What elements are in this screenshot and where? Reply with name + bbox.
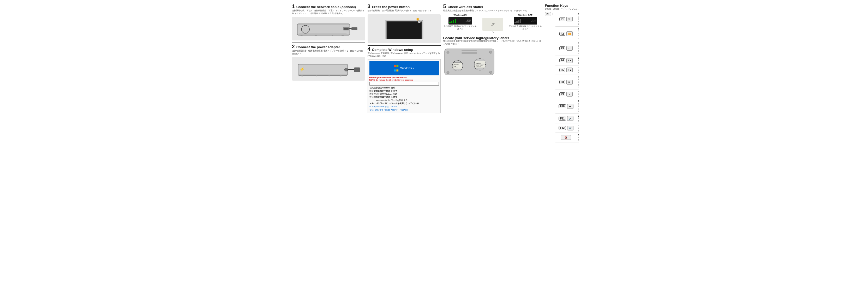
fn-f4-row: F4 ☀▼ Decrease brightness 降低亮度 | 降低亮度輝度を… [555, 56, 579, 65]
network-cable-diagram [296, 18, 361, 39]
step3-sub: 按下电源按钮 | 按下電源控鈕 電源ボタンを押す | 전원 버튼 누릅니다 [368, 9, 441, 12]
mute-title: Mute audio [578, 133, 579, 136]
fn-keys-container: Fn + F1 ☐→ Switch to external display 切换… [545, 12, 579, 143]
fn-mute-row: 🔇 Mute audio 静音 | 靜音音声をミュートにする | 오디오 음소거 [555, 133, 579, 143]
bar2 [451, 21, 453, 23]
fn-f9-desc: Play/Pause 播放/暂停 | 播放/暫停再生/一時停止 | 재생/일시 … [576, 90, 579, 98]
step1-device-image [292, 17, 365, 40]
power-button-diagram: ☝ [371, 18, 437, 39]
step1-sub: 连接网络电缆（可选）| 連接網路纜線（可選） ネットワークケーブルを接続する（オ… [292, 9, 365, 15]
volume-up-icon: 🔊 [567, 126, 574, 130]
svg-point-44 [447, 51, 449, 54]
fn-f10-row: F10 ⏭ Play next track or chapter 播放下一首轨或… [555, 99, 579, 114]
fn-f12-desc: Increase volume level 提高音量 | 調高音量音量レベルを上… [576, 124, 579, 132]
svg-rect-25 [386, 21, 422, 39]
f11-badge: F11 [559, 117, 566, 121]
f4-title: Decrease brightness [578, 57, 579, 59]
svg-rect-32 [462, 53, 477, 54]
svg-text:Regulatory: Regulatory [475, 63, 482, 64]
bar4-off [520, 19, 521, 23]
fn-f9-row: F9 ⏯ Play/Pause 播放/暂停 | 播放/暫停再生/一時停止 | 재… [555, 89, 579, 99]
wireless-status-row: Wireless ON 14:082011-03 无线功能开 启動無線 ワイヤレ… [443, 14, 542, 33]
f2-badge: F2 [559, 32, 566, 36]
wireless-off-sub: 无线功能关 關閉無線 ワイヤレスオフ 무선 끄기 [508, 25, 542, 30]
f1-title: Switch to external display [578, 13, 579, 16]
power-adapter-diagram: ⚡ [296, 58, 361, 79]
svg-rect-17 [354, 67, 360, 72]
f5-multilang: 提高亮度 | 增加亮度輝度を上げる | 밝기 증가 [578, 69, 579, 74]
f8-badge-group: F8 ⏮ [559, 80, 573, 85]
wireless-off-label: Wireless OFF [518, 14, 532, 17]
fn-f2-left: F2 📶 [555, 27, 576, 40]
f3-badge: F3 [559, 47, 566, 50]
f3-title: Enable/Disable touchpad [578, 42, 579, 44]
svg-point-27 [418, 21, 420, 23]
fn-f11-left: F11 🔉 [555, 115, 576, 122]
fn-key-press-diagram: ☞ Fn [483, 18, 503, 33]
svg-rect-10 [315, 35, 316, 36]
fn-f5-row: F5 ☀▲ Increase brightness 提高亮度 | 增加亮度輝度を… [555, 65, 579, 75]
f10-badge-group: F10 ⏭ [559, 104, 574, 109]
service-label-diagram: Service Tag XXXXX Regulatory FCC ID: XXX… [443, 48, 542, 76]
svg-point-47 [490, 71, 492, 73]
fn-f2-desc: Turn off/on wireless 打开/关闭无线功能啟動/關閉無線功能ワ… [576, 27, 579, 40]
fn-f9-left: F9 ⏯ [555, 90, 576, 98]
f11-title: Decrease volume level [578, 115, 579, 117]
record-title: Record your Windows password here [369, 77, 439, 79]
wireless-off-box: Wireless OFF 14:082011-03 无线功能关 關閉無線 ワイヤ… [508, 14, 542, 30]
step4-number: 4 [368, 47, 370, 52]
password-input-field[interactable] [369, 82, 439, 86]
hand-illustration: ☞ [483, 18, 503, 31]
svg-text:XXXXX: XXXXX [454, 67, 458, 69]
svg-rect-14 [299, 65, 346, 74]
step1-title: Connect the network cable (optional) [297, 5, 356, 9]
touchpad-icon: ▭ [566, 46, 573, 51]
f2-title: Turn off/on wireless [578, 27, 579, 30]
svg-rect-30 [462, 50, 477, 51]
svg-rect-5 [351, 27, 358, 30]
brightness-up-icon: ☀▲ [566, 67, 573, 72]
fn-f4-desc: Decrease brightness 降低亮度 | 降低亮度輝度を下げる | … [576, 57, 579, 64]
f12-multilang: 提高音量 | 調高音量音量レベルを上げる | 볼륨 수준 증가 [578, 127, 579, 132]
windows-screen-preview: ■■ ■■ Windows 7 [369, 61, 439, 76]
f8-title: Play previous track or chapter [578, 76, 579, 78]
password-record-box: ■■ ■■ Windows 7 Record your Windows pass… [368, 59, 441, 113]
password-instructions: 在此记录您的 Windows 密码 注：请勿在密码中使用 @ 符号 在這裡記下您… [369, 86, 439, 111]
wireless-on-box: Wireless ON 14:082011-03 无线功能开 启動無線 ワイヤレ… [443, 14, 477, 30]
wifi-icon: 📶 [566, 31, 573, 36]
f9-badge-group: F9 ⏯ [559, 92, 573, 96]
windows-logo: ■■ ■■ [394, 63, 399, 73]
step2-sub: 连接电源适配器 | 連接電源變壓器 電源アダプターを接続する | 전원 어댑터를… [292, 50, 365, 55]
f10-multilang: 播放下一首轨或章元播放下一首曲目或下一個章節次のトラックまたはチャプターを再生す… [578, 102, 579, 113]
divider-3 [443, 35, 542, 35]
step5-sub: 检查无线功能状态 | 檢查無線狀態 ワイヤレスのステータスをチェックする | 무… [443, 9, 542, 12]
svg-point-46 [447, 71, 449, 73]
f12-badge-group: F12 🔊 [559, 126, 574, 130]
bar3-off [518, 20, 520, 23]
windows7-label: Windows 7 [400, 66, 414, 70]
laptop-bottom-view: Service Tag XXXXX Regulatory FCC ID: XXX… [443, 48, 495, 76]
f5-badge-group: F5 ☀▲ [559, 67, 573, 72]
fn-f10-desc: Play next track or chapter 播放下一首轨或章元播放下一… [576, 100, 579, 113]
svg-rect-31 [462, 52, 477, 53]
svg-point-7 [301, 25, 309, 33]
fn-keys-list: F1 ☐→ Switch to external display 切换至外部显示… [555, 12, 579, 143]
fn-f3-desc: Enable/Disable touchpad 启用/禁用触摸板啟用/停用觸控板… [576, 42, 579, 55]
fn-f4-left: F4 ☀▼ [555, 57, 576, 64]
f11-multilang: 降低音量 | 調低音量音量レベルを下げる | 볼륨 수준 감소 [578, 117, 579, 122]
bar1-off [515, 22, 516, 23]
fn-f1-left: F1 ☐→ [555, 13, 576, 26]
fn-f3-row: F3 ▭ Enable/Disable touchpad 启用/禁用触摸板啟用/… [555, 41, 579, 56]
f1-badge-group: F1 ☐→ [559, 17, 573, 21]
bar3 [453, 20, 454, 23]
fn-mute-desc: Mute audio 静音 | 靜音音声をミュートにする | 오디오 음소거 [576, 133, 579, 141]
step5-number: 5 [443, 4, 446, 9]
fn-f1-desc: Switch to external display 切换至外部显示器切換至外部… [576, 13, 579, 26]
f2-badge-group: F2 📶 [559, 31, 573, 36]
f10-title: Play next track or chapter [578, 100, 579, 102]
laptop-bottom-svg: Service Tag XXXXX Regulatory FCC ID: XXX… [443, 48, 495, 76]
fn-key-badge: Fn [545, 12, 551, 16]
step1-number: 1 [292, 4, 295, 9]
locate-labels-section: Locate your service tag/regulatory label… [443, 36, 542, 76]
step2-section: 2 Connect the power adapter 连接电源适配器 | 連接… [292, 44, 365, 81]
